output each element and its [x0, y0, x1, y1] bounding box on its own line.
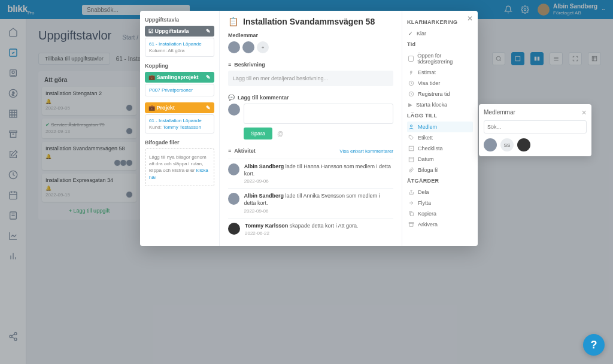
member-avatar[interactable] — [242, 41, 254, 53]
member-avatar[interactable] — [228, 41, 240, 53]
comment-label: Lägg till kommentar — [238, 95, 289, 101]
attach-file-action[interactable]: Bifoga fil — [407, 165, 473, 175]
add-section-head: LÄGG TILL — [407, 113, 473, 119]
add-member-button[interactable]: + — [257, 41, 269, 53]
modal-title: Installation Svandammsvägen 58 — [243, 17, 375, 26]
svg-rect-24 — [409, 223, 414, 224]
activity-label: Aktivitet — [234, 148, 256, 154]
help-button[interactable]: ? — [583, 334, 605, 356]
activity-avatar — [228, 223, 240, 235]
close-icon[interactable]: ✕ — [467, 14, 473, 23]
member-option[interactable] — [517, 138, 530, 151]
description-label: Beskrivning — [234, 62, 265, 68]
copy-action[interactable]: Kopiera — [407, 208, 473, 219]
board-link[interactable]: 61 - Installation Löpande — [149, 41, 202, 47]
edit-icon[interactable]: ✎ — [206, 28, 211, 34]
activity-item: Albin Sandberg lade till Annika Svensson… — [228, 188, 393, 217]
collection-badge: 💼 Samlingsprojekt✎ — [145, 72, 214, 83]
done-section-head: KLARMARKERING — [407, 19, 473, 25]
mention-icon[interactable]: @ — [277, 131, 283, 137]
project-badge: 💼 Projekt✎ — [145, 102, 214, 113]
member-option[interactable]: SS — [500, 138, 514, 151]
mark-done-button[interactable]: ✓Klar — [407, 28, 473, 39]
member-option[interactable] — [484, 138, 497, 151]
close-icon[interactable]: ✕ — [581, 109, 587, 117]
register-time-button[interactable]: Registrera tid — [407, 89, 473, 99]
add-date-action[interactable]: Datum — [407, 154, 473, 165]
customer-link[interactable]: Tommy Testasson — [163, 125, 201, 130]
activity-avatar — [228, 193, 239, 205]
sidebar-section-board: Uppgiftstavla — [145, 17, 214, 23]
svg-rect-22 — [409, 157, 414, 162]
popover-title: Medlemmar — [484, 109, 515, 117]
current-user-avatar — [228, 104, 240, 116]
move-action[interactable]: Flytta — [407, 198, 473, 208]
add-member-action[interactable]: Medlem — [407, 122, 473, 132]
add-label-action[interactable]: Etikett — [407, 132, 473, 143]
sidebar-section-coupling: Koppling — [145, 63, 214, 69]
svg-rect-23 — [410, 213, 413, 216]
share-action[interactable]: Dela — [407, 187, 473, 198]
activity-avatar — [228, 163, 239, 175]
archive-action[interactable]: Arkivera — [407, 219, 473, 230]
activity-item: Tommy Karlsson skapade detta kort i Att … — [228, 218, 393, 241]
open-time-reg[interactable]: Öppen för tidsregistrering — [407, 50, 473, 67]
activity-item: Albin Sandberg lade till Hanna Hansson s… — [228, 159, 393, 188]
file-dropzone[interactable]: Lägg till nya bilagor genom att dra och … — [145, 148, 214, 186]
list-icon: ≡ — [228, 148, 231, 154]
start-clock-button[interactable]: ▶Starta klocka — [407, 99, 473, 110]
board-badge: ☑ Uppgiftstavla✎ — [145, 26, 214, 37]
edit-icon[interactable]: ✎ — [206, 74, 211, 80]
clipboard-icon: 📋 — [228, 17, 238, 26]
svg-point-20 — [410, 125, 412, 127]
align-icon: ≡ — [228, 62, 231, 68]
actions-section-head: ÅTGÄRDER — [407, 178, 473, 184]
sidebar-section-files: Bifogade filer — [145, 139, 214, 145]
project-link[interactable]: 61 - Installation Löpande — [149, 118, 202, 123]
members-popover: Medlemmar✕ SS — [479, 104, 591, 156]
show-times-button[interactable]: Visa tider — [407, 78, 473, 89]
member-search-input[interactable] — [484, 120, 587, 134]
members-label: Medlemmar — [228, 32, 393, 38]
save-button[interactable]: Spara — [244, 128, 272, 139]
comment-input[interactable] — [244, 104, 393, 124]
edit-icon[interactable]: ✎ — [206, 105, 211, 111]
add-checklist-action[interactable]: Checklista — [407, 143, 473, 154]
filter-comments-link[interactable]: Visa enbart kommentarer — [339, 148, 393, 154]
estimate-button[interactable]: Estimat — [407, 67, 473, 78]
description-input[interactable]: Lägg till en mer detaljerad beskrivning.… — [228, 71, 393, 86]
collection-link[interactable]: P007 Privatpersoner — [149, 87, 193, 93]
comment-icon: 💬 — [228, 95, 235, 101]
time-section-head: Tid — [407, 41, 473, 47]
